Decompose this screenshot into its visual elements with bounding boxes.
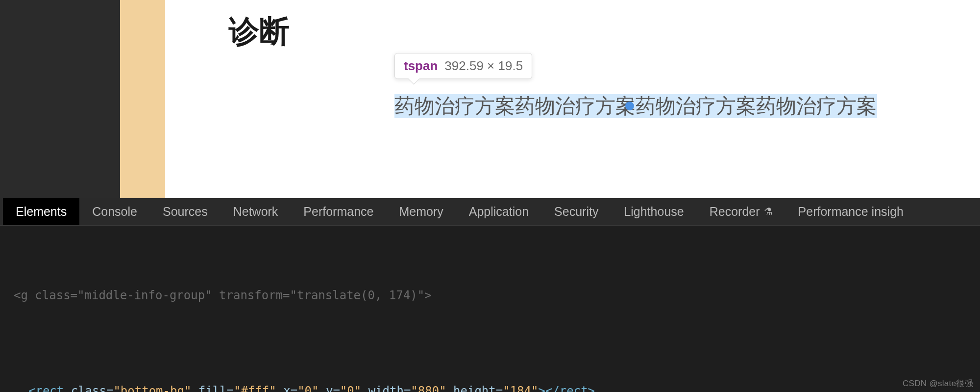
- caret-indicator: [625, 102, 634, 110]
- tab-lighthouse[interactable]: Lighthouse: [611, 198, 696, 225]
- sidebar-tan: [120, 0, 165, 198]
- tab-elements[interactable]: Elements: [3, 198, 79, 225]
- tab-memory[interactable]: Memory: [386, 198, 456, 225]
- tooltip-tagname: tspan: [404, 58, 438, 74]
- tab-recorder-label: Recorder: [710, 205, 760, 219]
- devtools-panel: Elements Console Sources Network Perform…: [0, 198, 980, 392]
- tab-performance[interactable]: Performance: [291, 198, 386, 225]
- page-preview: 诊断 tspan 392.59 × 19.5 药物治疗方案药物治疗方案药物治疗方…: [0, 0, 980, 198]
- tab-performance-insights[interactable]: Performance insigh: [785, 198, 916, 225]
- elements-tree[interactable]: <g class="middle-info-group" transform="…: [0, 226, 980, 392]
- block-title: 诊断: [229, 15, 980, 48]
- tab-security[interactable]: Security: [541, 198, 611, 225]
- dom-node-g-middle[interactable]: <g class="middle-info-group" transform="…: [0, 286, 980, 305]
- highlighted-element: 药物治疗方案药物治疗方案药物治疗方案药物治疗方案: [394, 94, 980, 118]
- highlighted-text: 药物治疗方案药物治疗方案药物治疗方案药物治疗方案: [394, 93, 877, 120]
- tab-network[interactable]: Network: [220, 198, 291, 225]
- element-tooltip: tspan 392.59 × 19.5: [394, 53, 532, 79]
- sidebar-dark: [0, 0, 120, 198]
- tab-recorder[interactable]: Recorder ⚗: [697, 198, 785, 225]
- devtools-tabbar: Elements Console Sources Network Perform…: [0, 198, 980, 226]
- tooltip-dimensions: 392.59 × 19.5: [444, 58, 523, 74]
- tab-sources[interactable]: Sources: [150, 198, 220, 225]
- tab-application[interactable]: Application: [456, 198, 541, 225]
- content-area: 诊断 tspan 392.59 × 19.5 药物治疗方案药物治疗方案药物治疗方…: [165, 0, 980, 198]
- beaker-icon: ⚗: [764, 206, 773, 217]
- tab-console[interactable]: Console: [79, 198, 150, 225]
- watermark: CSDN @slate很强: [903, 378, 973, 389]
- dom-node-rect-bottom-bg[interactable]: <rect class="bottom-bg" fill="#fff" x="0…: [0, 382, 980, 392]
